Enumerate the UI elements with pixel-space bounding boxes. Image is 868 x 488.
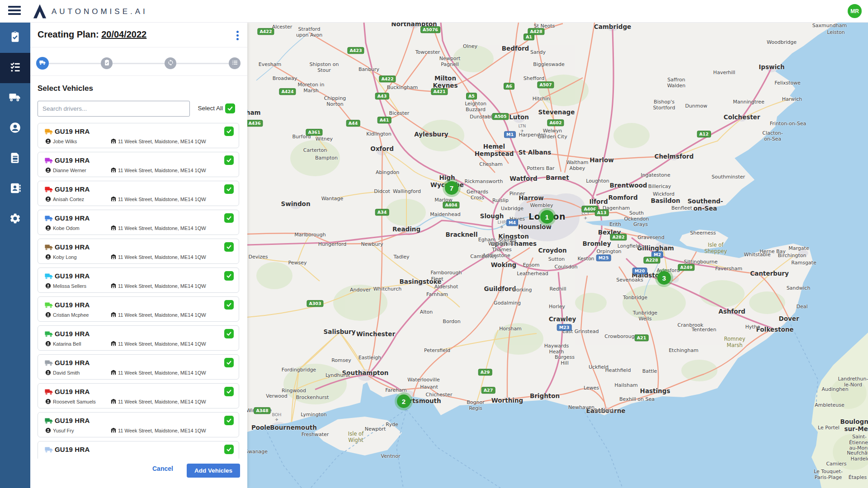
vehicle-card[interactable]: GU19 HRA Cristian Mcphee 11 Week Street,… xyxy=(38,296,239,322)
map-town-label: Welwyn Garden City xyxy=(538,128,567,140)
map-town-label: Uxbridge xyxy=(501,206,524,212)
map-town-label: Seaford xyxy=(594,408,613,414)
map-town-label: Cambridge xyxy=(594,23,632,31)
vehicle-checkbox[interactable] xyxy=(224,184,234,194)
vehicle-checkbox[interactable] xyxy=(224,271,234,281)
map-town-label: Reading xyxy=(392,226,420,233)
vehicle-plate: GU19 HRA xyxy=(55,156,90,164)
vehicle-checkbox[interactable] xyxy=(224,213,234,223)
vehicle-card[interactable]: GU19 HRA Anisah Cortez 11 Week Street, M… xyxy=(38,181,239,206)
vehicle-card[interactable]: GU19 HRA Katarina Bell 11 Week Street, M… xyxy=(38,325,239,351)
vehicle-card[interactable]: GU19 HRA Roosevelt Samuels 11 Week Stree… xyxy=(38,383,239,408)
map-town-label: Ilford xyxy=(589,198,608,206)
vehicle-card[interactable]: GU19 HRA Kobe Odom 11 Week Street, Maids… xyxy=(38,210,239,235)
vehicle-checkbox[interactable] xyxy=(224,445,234,454)
map-town-label: Ventnor xyxy=(381,454,401,460)
map-town-label: Winchester xyxy=(356,331,395,338)
vehicle-checkbox[interactable] xyxy=(224,387,234,396)
map-town-label: Waltham Abbey xyxy=(566,160,589,171)
map-town-label: Chichester xyxy=(426,392,453,398)
kebab-menu-icon[interactable] xyxy=(233,29,242,41)
road-shield: A361 xyxy=(306,129,322,136)
road-shield: A13 xyxy=(595,209,609,216)
map-town-label: Milton Keynes xyxy=(433,75,458,89)
step-select-vehicles[interactable] xyxy=(36,57,49,70)
map-town-label: Shefford xyxy=(524,76,544,82)
map-town-label: Fleet xyxy=(431,277,443,282)
route-stop-marker[interactable]: 2 xyxy=(397,394,410,408)
sidebar-item-vehicles[interactable] xyxy=(0,83,30,113)
map-town-label: Watford xyxy=(509,175,537,183)
route-stop-marker[interactable]: 1 xyxy=(540,210,554,224)
vehicle-checkbox[interactable] xyxy=(224,300,234,310)
vehicle-card[interactable]: GU19 HRA Yusuf Fry 11 Week Street, Maids… xyxy=(38,412,239,437)
map-town-label: Leighton Buzzard xyxy=(465,101,486,113)
vehicle-truck-icon xyxy=(45,389,53,395)
app-root: AUTONOMISE.AI MR xyxy=(0,0,868,488)
map-town-label: Crawley xyxy=(549,316,576,323)
map-town-label: Leiston xyxy=(827,30,845,36)
vehicle-card[interactable]: GU19 HRA Melissa Sellers 11 Week Street,… xyxy=(38,267,239,293)
step-review[interactable] xyxy=(229,57,241,69)
map-town-label: Tadley xyxy=(394,254,410,260)
map-town-label: Rickmansworth xyxy=(465,179,503,185)
map-town-label: Lewes xyxy=(584,385,599,391)
route-stop-marker[interactable]: 7 xyxy=(445,181,458,195)
vehicle-checkbox[interactable] xyxy=(224,329,234,338)
map-town-label: Luton xyxy=(509,114,529,121)
user-avatar[interactable]: MR xyxy=(848,4,862,18)
clipboard-check-icon xyxy=(104,59,110,68)
road-shield: A422 xyxy=(379,75,396,82)
page-title: Creating Plan: 20/04/2022 xyxy=(38,29,146,40)
driver-name: Roosevelt Samuels xyxy=(53,399,96,404)
route-stop-marker[interactable]: 3 xyxy=(657,271,671,285)
map-town-label: Hitchin xyxy=(533,96,550,102)
map-town-label: Billericay xyxy=(648,184,671,190)
sidebar-item-plans[interactable] xyxy=(0,23,30,53)
vehicle-card[interactable]: GU19 HRA David Smith 11 Week Street, Mai… xyxy=(38,354,239,380)
map-town-label: Swanage xyxy=(247,449,268,455)
map-town-label: Alton xyxy=(420,310,433,315)
vehicle-plate: GU19 HRA xyxy=(55,359,90,366)
vehicle-checkbox[interactable] xyxy=(224,358,234,367)
map-town-label: Leatherhead xyxy=(517,271,548,277)
depot-address: 11 Week Street, Maidstone, ME14 1QW xyxy=(118,399,206,404)
vehicle-checkbox[interactable] xyxy=(224,127,234,136)
hamburger-menu-icon[interactable] xyxy=(8,6,21,17)
vehicle-card[interactable]: GU19 HRA Koby Long 11 Week Street, Maids… xyxy=(38,239,239,264)
add-vehicles-button[interactable]: Add Vehicles xyxy=(187,464,240,478)
map-town-label: Coulsdon xyxy=(555,264,578,270)
vehicle-checkbox[interactable] xyxy=(224,242,234,252)
plan-date[interactable]: 20/04/2022 xyxy=(101,29,146,39)
step-optimise[interactable] xyxy=(165,57,176,69)
select-all-checkbox[interactable] xyxy=(225,103,235,113)
sidebar-item-contacts[interactable] xyxy=(0,174,30,204)
cancel-button[interactable]: Cancel xyxy=(152,465,173,472)
sidebar-item-documents[interactable] xyxy=(0,144,30,174)
vehicle-checkbox[interactable] xyxy=(224,155,234,165)
vehicle-checkbox[interactable] xyxy=(224,416,234,425)
map-region-label: Isle of Sheppey xyxy=(704,242,727,255)
driver-icon xyxy=(45,427,51,433)
map-town-label: Farnborough xyxy=(430,270,462,276)
sidebar-item-drivers[interactable] xyxy=(0,113,30,144)
driver-name: Jobe Wilks xyxy=(53,139,77,144)
map-town-label: Marlborough xyxy=(294,232,326,238)
map-town-label: Étaples xyxy=(849,475,867,481)
vehicle-card[interactable]: GU19 HRA Dianne Werner 11 Week Street, M… xyxy=(38,152,239,177)
map-town-label: Heathfield xyxy=(605,368,631,374)
map-town-label: Poole xyxy=(251,424,270,432)
map-town-label: Abingdon xyxy=(376,170,399,176)
map-town-label: Dover xyxy=(778,315,799,323)
search-input[interactable] xyxy=(38,101,190,117)
sidebar-item-settings[interactable] xyxy=(0,204,30,235)
vehicle-card[interactable]: GU19 HRA Jobe Wilks 11 Week Street, Maid… xyxy=(38,123,239,148)
map-town-label: Sheerness xyxy=(690,230,716,236)
map-canvas[interactable]: LondonNorthamptonCambridgeBedfordMilton … xyxy=(247,23,868,488)
sidebar-item-create-plan[interactable] xyxy=(0,53,30,83)
step-select-orders[interactable] xyxy=(101,57,113,69)
vehicle-details: Cristian Mcphee 11 Week Street, Maidston… xyxy=(45,311,217,319)
map-town-label: Colchester xyxy=(724,114,760,121)
map-town-label: Broadway xyxy=(273,76,297,82)
map-town-label: St Albans xyxy=(519,149,551,156)
